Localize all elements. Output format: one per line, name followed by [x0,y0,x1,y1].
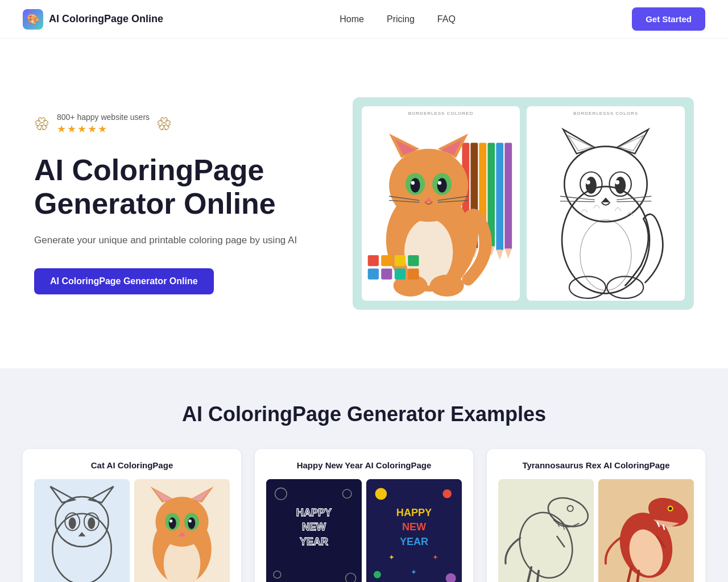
svg-text:NEW: NEW [302,521,326,533]
navbar: 🎨 AI ColoringPage Online Home Pricing FA… [0,0,728,39]
nav-links: Home Pricing FAQ [340,14,456,24]
proof-text: 800+ happy website users [57,113,150,122]
svg-point-54 [615,180,619,184]
newyear-colored-preview: HAPPY NEW YEAR ✦ ✦ ✦ [366,479,462,582]
cat-colored-small [134,479,230,582]
svg-rect-37 [368,268,379,279]
svg-point-99 [375,488,387,500]
example-card-cat: Cat AI ColoringPage [23,449,241,582]
stars-row: ★ ★ ★ ★ ★ [57,123,150,135]
svg-rect-62 [34,479,130,582]
hero-subtitle: Generate your unique and printable color… [34,232,330,248]
example-cat-images [34,479,230,582]
svg-point-83 [188,517,195,529]
svg-point-75 [155,497,208,547]
hero-image-outline: BORDERLESSS COLORS [527,106,685,301]
svg-point-82 [169,517,176,529]
trex-colored-small [598,479,694,582]
nav-faq[interactable]: FAQ [437,14,456,24]
svg-text:HAPPY: HAPPY [396,507,432,518]
svg-point-84 [169,519,172,522]
svg-point-51 [586,177,597,194]
svg-text:✦: ✦ [411,568,417,576]
social-proof: 🏵 800+ happy website users ★ ★ ★ ★ ★ 🏵 [34,113,330,135]
laurel-right: 🏵 [156,114,172,133]
svg-point-69 [69,517,76,529]
svg-text:YEAR: YEAR [300,536,328,547]
hero-image-right-label: BORDERLESSS COLORS [573,111,638,116]
svg-rect-106 [498,479,594,582]
newyear-colored-small: HAPPY NEW YEAR ✦ ✦ ✦ [366,479,462,582]
svg-point-52 [615,177,626,194]
cat-outline-small [34,479,130,582]
star-3: ★ [77,123,86,135]
hero-image-colored: BORDERLESS COLORED [362,106,520,301]
example-trex-title: Tyrannosaurus Rex AI ColoringPage [498,460,694,470]
svg-point-25 [438,181,441,184]
star-4: ★ [88,123,97,135]
svg-point-15 [389,149,468,222]
hero-cta-button[interactable]: AI ColoringPage Generator Online [34,268,214,294]
example-newyear-images: HAPPY NEW YEAR HAPPY [266,479,462,582]
svg-rect-38 [381,268,392,279]
brand-logo[interactable]: 🎨 AI ColoringPage Online [23,9,163,30]
svg-text:NEW: NEW [402,521,427,533]
example-card-trex: Tyrannosaurus Rex AI ColoringPage [487,449,705,582]
star-1: ★ [57,123,66,135]
proof-content: 800+ happy website users ★ ★ ★ ★ ★ [57,113,150,135]
trex-outline-small [498,479,594,582]
brand-name: AI ColoringPage Online [49,13,163,25]
svg-rect-6 [504,143,512,250]
star-5: ★ [98,123,107,135]
hero-right: BORDERLESS COLORED [353,97,694,310]
hero-image-left-label: BORDERLESS COLORED [408,111,473,116]
svg-rect-36 [408,255,419,266]
newyear-outline-small: HAPPY NEW YEAR [266,479,362,582]
cat-outline-illustration [527,106,685,301]
svg-rect-35 [395,255,406,266]
svg-point-23 [437,178,447,193]
svg-rect-39 [395,268,406,279]
hero-left: 🏵 800+ happy website users ★ ★ ★ ★ ★ 🏵 A… [34,113,330,295]
example-newyear-title: Happy New Year AI ColoringPage [266,460,462,470]
cat-colored-illustration [362,106,520,301]
svg-point-53 [586,180,590,184]
laurel-left: 🏵 [34,114,50,133]
hero-title: AI ColoringPage Generator Online [34,153,330,222]
svg-rect-41 [527,106,685,301]
cat-outline-preview [34,479,130,582]
newyear-outline-preview: HAPPY NEW YEAR [266,479,362,582]
example-card-newyear: Happy New Year AI ColoringPage HAPPY NEW… [255,449,473,582]
example-trex-images [498,479,694,582]
svg-point-32 [430,275,464,296]
trex-colored-preview [598,479,694,582]
hero-section: 🏵 800+ happy website users ★ ★ ★ ★ ★ 🏵 A… [0,39,728,368]
svg-text:YEAR: YEAR [400,536,428,547]
svg-point-70 [88,517,95,529]
brand-icon: 🎨 [23,9,43,30]
svg-rect-40 [408,268,419,279]
examples-grid: Cat AI ColoringPage [23,449,705,582]
svg-text:HAPPY: HAPPY [296,507,332,518]
examples-title: AI ColoringPage Generator Examples [23,402,705,426]
trex-outline-preview [498,479,594,582]
star-2: ★ [67,123,76,135]
example-cat-title: Cat AI ColoringPage [34,460,230,470]
svg-rect-33 [368,255,379,266]
svg-point-85 [189,519,192,522]
examples-section: AI ColoringPage Generator Examples Cat A… [0,368,728,582]
svg-rect-5 [496,143,503,251]
svg-point-24 [411,181,415,184]
svg-point-100 [442,489,452,498]
get-started-button[interactable]: Get Started [632,7,705,31]
cat-colored-preview [134,479,230,582]
nav-pricing[interactable]: Pricing [387,14,415,24]
svg-point-115 [669,507,672,510]
svg-rect-34 [381,255,392,266]
svg-point-22 [411,178,420,193]
svg-text:✦: ✦ [432,553,439,562]
svg-point-101 [374,571,381,579]
svg-text:✦: ✦ [388,553,395,562]
nav-home[interactable]: Home [340,14,364,24]
hero-image-container: BORDERLESS COLORED [353,97,694,310]
